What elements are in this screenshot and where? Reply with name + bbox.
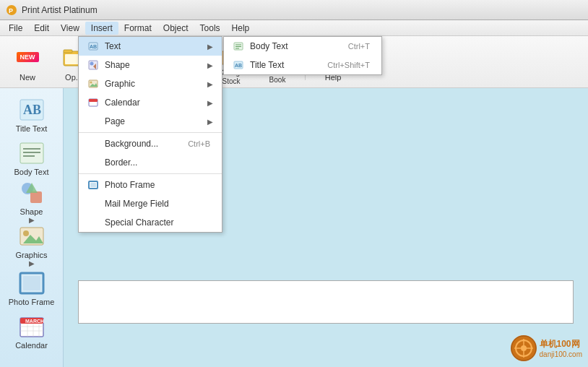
insert-border-label: Border... <box>105 157 137 168</box>
background-shortcut: Ctrl+B <box>188 139 213 148</box>
title-bar: P Print Artist Platinum <box>0 0 588 20</box>
sidebar-photo-frame-label: Photo Frame <box>9 298 55 306</box>
graphic-submenu-arrow: ▶ <box>207 80 213 88</box>
graphic-menu-icon <box>87 78 99 90</box>
svg-text:AB: AB <box>235 63 242 68</box>
watermark-subtext: danji100.com <box>540 350 582 358</box>
text-submenu-arrow: ▶ <box>207 43 213 51</box>
sidebar-item-body-text[interactable]: Body Text <box>4 137 60 179</box>
menu-help[interactable]: Help <box>226 22 256 35</box>
svg-rect-3 <box>64 50 72 53</box>
body-text-shortcut: Ctrl+T <box>348 42 373 51</box>
mail-merge-menu-icon <box>87 198 99 210</box>
insert-border-item[interactable]: Border... <box>79 153 222 172</box>
sidebar-body-text-label: Body Text <box>14 168 48 176</box>
watermark-text: 单机100网 <box>540 338 582 350</box>
svg-rect-51 <box>90 183 96 187</box>
insert-calendar-item[interactable]: Calendar ▶ <box>79 93 222 112</box>
svg-rect-49 <box>89 99 98 102</box>
insert-special-char-label: Special Character <box>105 217 173 228</box>
sidebar-item-graphics[interactable]: Graphics ▶ <box>4 224 60 266</box>
shape-icon <box>19 180 45 206</box>
background-menu-icon <box>87 138 99 150</box>
sidebar-shape-label: Shape <box>20 207 43 216</box>
new-icon: NEW <box>13 43 42 72</box>
menu-view[interactable]: View <box>55 22 85 35</box>
title-text-submenu-icon: AB <box>233 59 244 71</box>
menu-bar: File Edit View Insert Format Object Tool… <box>0 20 588 36</box>
insert-graphic-item[interactable]: Graphic ▶ <box>79 74 222 93</box>
insert-text-item[interactable]: AB Text ▶ Body Text Ctrl+T <box>79 37 222 56</box>
submenu-body-text[interactable]: Body Text Ctrl+T <box>224 37 381 56</box>
new-label: New <box>20 73 35 82</box>
svg-rect-19 <box>30 191 42 203</box>
shape-menu-icon <box>87 59 99 71</box>
svg-text:P: P <box>9 7 13 14</box>
menu-edit[interactable]: Edit <box>28 22 55 35</box>
submenu-title-text[interactable]: AB Title Text Ctrl+Shift+T <box>224 56 381 74</box>
sep-after-border <box>79 173 222 174</box>
insert-page-label: Page <box>105 116 125 126</box>
insert-mail-merge-label: Mail Merge Field <box>105 199 169 209</box>
submenu-body-text-label: Body Text <box>250 41 287 51</box>
sidebar-item-title-text[interactable]: AB Title Text <box>4 94 60 136</box>
special-char-menu-icon <box>87 217 99 228</box>
shape-submenu-arrow: ▶ <box>207 61 213 69</box>
new-button[interactable]: NEW New <box>6 40 49 85</box>
insert-dropdown-menu: AB Text ▶ Body Text Ctrl+T <box>78 36 222 233</box>
graphics-arrow: ▶ <box>29 259 35 267</box>
sep-after-page <box>79 132 222 133</box>
svg-text:AB: AB <box>90 44 97 49</box>
svg-point-22 <box>23 230 29 236</box>
calendar-submenu-arrow: ▶ <box>207 99 213 107</box>
photo-frame-menu-icon <box>87 179 99 191</box>
app-icon: P <box>6 4 17 16</box>
body-text-submenu-icon <box>233 40 244 52</box>
text-submenu: Body Text Ctrl+T AB Title Text Ctrl+Shif… <box>223 36 382 75</box>
insert-special-char-item[interactable]: Special Character <box>79 213 222 232</box>
watermark: 单机100网 danji100.com <box>511 335 582 361</box>
graphics-icon <box>19 223 45 249</box>
sidebar-item-photo-frame[interactable]: Photo Frame <box>4 267 60 309</box>
canvas-area <box>78 280 574 324</box>
calendar-icon: MARCH <box>19 314 45 340</box>
title-text-icon: AB <box>19 97 45 123</box>
svg-rect-42 <box>89 61 98 69</box>
calendar-menu-icon <box>87 97 99 108</box>
border-menu-icon <box>87 157 99 168</box>
text-menu-icon: AB <box>87 40 99 52</box>
insert-shape-item[interactable]: Shape ▶ <box>79 56 222 74</box>
insert-page-item[interactable]: Page ▶ <box>79 112 222 131</box>
svg-point-46 <box>90 82 92 84</box>
insert-calendar-label: Calendar <box>105 98 140 108</box>
insert-mail-merge-item[interactable]: Mail Merge Field <box>79 194 222 213</box>
page-menu-icon <box>87 116 99 127</box>
menu-tools[interactable]: Tools <box>194 22 226 35</box>
body-text-icon <box>19 140 45 166</box>
sidebar: AB Title Text Body Text Shape ▶ <box>0 88 64 367</box>
submenu-title-text-label: Title Text <box>250 60 284 70</box>
insert-background-label: Background... <box>105 139 158 149</box>
svg-point-43 <box>90 62 94 66</box>
svg-text:MARCH: MARCH <box>25 319 44 324</box>
insert-text-label: Text <box>105 41 121 51</box>
sidebar-item-calendar[interactable]: MARCH Calendar <box>4 311 60 353</box>
insert-photo-frame-label: Photo Frame <box>105 180 155 190</box>
menu-insert[interactable]: Insert <box>85 22 118 35</box>
sidebar-calendar-label: Calendar <box>15 341 48 350</box>
menu-file[interactable]: File <box>3 22 28 35</box>
menu-object[interactable]: Object <box>157 22 194 35</box>
page-submenu-arrow: ▶ <box>207 118 213 126</box>
insert-graphic-label: Graphic <box>105 79 135 89</box>
svg-rect-14 <box>20 143 43 163</box>
insert-photo-frame-item[interactable]: Photo Frame <box>79 176 222 194</box>
sidebar-title-text-label: Title Text <box>16 124 47 133</box>
insert-background-item[interactable]: Background... Ctrl+B <box>79 134 222 153</box>
insert-shape-label: Shape <box>105 60 130 70</box>
sidebar-graphics-label: Graphics <box>15 251 47 259</box>
watermark-text-block: 单机100网 danji100.com <box>540 338 582 358</box>
sidebar-item-shape[interactable]: Shape ▶ <box>4 181 60 223</box>
menu-format[interactable]: Format <box>118 22 157 35</box>
watermark-logo <box>511 335 537 361</box>
app-title: Print Artist Platinum <box>22 5 98 15</box>
